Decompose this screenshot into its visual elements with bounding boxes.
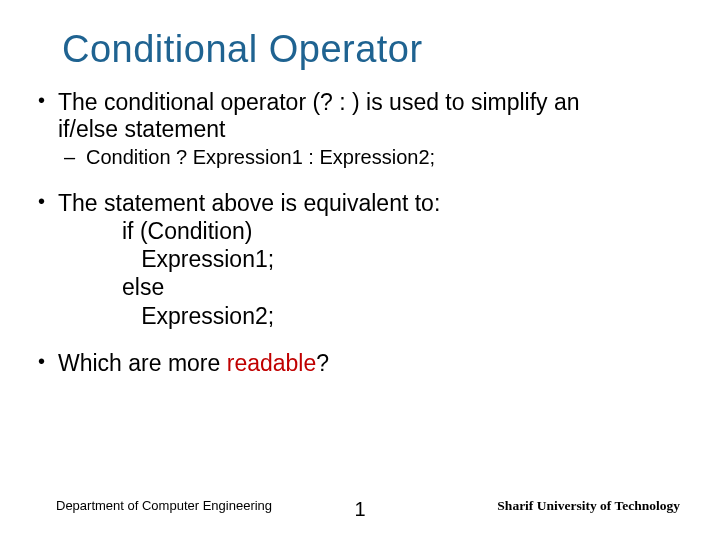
- bullet-1-line2: if/else statement: [58, 116, 225, 142]
- footer: Department of Computer Engineering 1 Sha…: [0, 498, 720, 514]
- bullet-3-suffix: ?: [316, 350, 329, 376]
- bullet-item-1: The conditional operator (? : ) is used …: [30, 89, 690, 170]
- bullet-1-line1: The conditional operator (? : ) is used …: [58, 89, 580, 115]
- slide-title: Conditional Operator: [62, 28, 690, 71]
- slide: Conditional Operator The conditional ope…: [0, 0, 720, 540]
- bullet-3-prefix: Which are more: [58, 350, 227, 376]
- sub-item-1: Condition ? Expression1 : Expression2;: [58, 145, 690, 170]
- footer-left: Department of Computer Engineering: [56, 498, 272, 513]
- bullet-3-readable: readable: [227, 350, 317, 376]
- bullet-item-3: Which are more readable?: [30, 350, 690, 377]
- bullet-list: The conditional operator (? : ) is used …: [30, 89, 690, 377]
- code-block: if (Condition) Expression1; else Express…: [58, 217, 690, 329]
- spacer: [30, 174, 690, 190]
- sub-list-1: Condition ? Expression1 : Expression2;: [58, 145, 690, 170]
- bullet-2-intro: The statement above is equivalent to:: [58, 190, 440, 216]
- footer-right: Sharif University of Technology: [497, 498, 680, 514]
- bullet-item-2: The statement above is equivalent to: if…: [30, 190, 690, 329]
- footer-page-number: 1: [354, 498, 365, 521]
- spacer: [30, 334, 690, 350]
